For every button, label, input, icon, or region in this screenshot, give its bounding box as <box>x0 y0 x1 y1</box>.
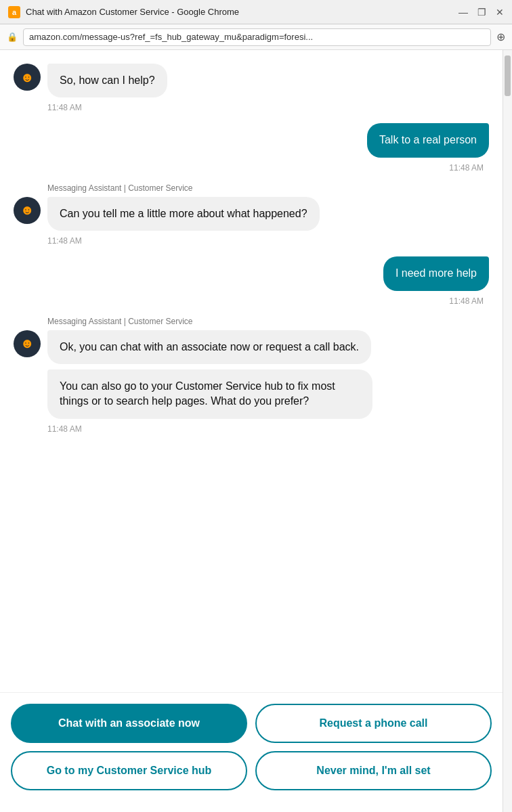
bottom-actions: Chat with an associate now Request a pho… <box>0 692 503 812</box>
timestamp: 11:48 AM <box>47 424 489 434</box>
window-title: Chat with Amazon Customer Service - Goog… <box>26 7 453 17</box>
message-row: You can also go to your Customer Service… <box>47 369 489 419</box>
sender-label: Messaging Assistant | Customer Service <box>47 317 489 326</box>
message-bubble: Ok, you can chat with an associate now o… <box>47 330 371 364</box>
action-row-1: Chat with an associate now Request a pho… <box>11 704 492 743</box>
browser-icon: a <box>8 6 20 18</box>
chat-now-button[interactable]: Chat with an associate now <box>11 704 247 743</box>
message-block-4: I need more help 11:48 AM <box>14 256 489 305</box>
address-bar: 🔒 amazon.com/message-us?ref_=fs_hub_gate… <box>0 24 512 50</box>
timestamp: 11:48 AM <box>14 163 489 173</box>
amazon-logo-icon: ☻ <box>20 202 34 218</box>
message-bubble: Talk to a real person <box>367 123 489 157</box>
message-block-1: ☻ So, how can I help? 11:48 AM <box>14 64 489 112</box>
messages-container: ☻ So, how can I help? 11:48 AM Talk to a… <box>0 50 503 692</box>
message-block-5: Messaging Assistant | Customer Service ☻… <box>14 317 489 364</box>
message-bubble: You can also go to your Customer Service… <box>47 369 372 419</box>
phone-call-button[interactable]: Request a phone call <box>255 704 492 743</box>
message-row: ☻ Can you tell me a little more about wh… <box>14 197 489 231</box>
scrollbar-thumb[interactable] <box>505 55 511 96</box>
avatar: ☻ <box>14 330 41 357</box>
message-block-3: Messaging Assistant | Customer Service ☻… <box>14 183 489 246</box>
timestamp: 11:48 AM <box>14 296 489 306</box>
message-row: ☻ So, how can I help? <box>14 64 489 97</box>
title-bar: a Chat with Amazon Customer Service - Go… <box>0 0 512 24</box>
window-controls[interactable]: — ❐ ✕ <box>458 7 504 18</box>
timestamp: 11:48 AM <box>14 103 489 112</box>
message-bubble: Can you tell me a little more about what… <box>47 197 320 231</box>
message-bubble: I need more help <box>383 256 489 290</box>
url-field[interactable]: amazon.com/message-us?ref_=fs_hub_gatewa… <box>23 28 491 46</box>
message-row: Talk to a real person <box>14 123 489 157</box>
amazon-logo-icon: ☻ <box>20 70 34 85</box>
action-row-2: Go to my Customer Service hub Never mind… <box>11 751 492 790</box>
lock-icon: 🔒 <box>7 32 18 42</box>
maximize-button[interactable]: ❐ <box>477 7 486 18</box>
message-row: ☻ Ok, you can chat with an associate now… <box>14 330 489 364</box>
chat-area: ☻ So, how can I help? 11:48 AM Talk to a… <box>0 50 503 812</box>
avatar: ☻ <box>14 197 41 224</box>
amazon-logo-icon: ☻ <box>20 336 34 351</box>
never-mind-button[interactable]: Never mind, I'm all set <box>255 751 492 790</box>
cs-hub-button[interactable]: Go to my Customer Service hub <box>11 751 247 790</box>
sender-label: Messaging Assistant | Customer Service <box>47 183 489 193</box>
search-icon[interactable]: ⊕ <box>496 30 505 43</box>
timestamp: 11:48 AM <box>14 236 489 246</box>
message-row: I need more help <box>14 256 489 290</box>
avatar: ☻ <box>14 64 41 91</box>
browser-content: ☻ So, how can I help? 11:48 AM Talk to a… <box>0 50 512 812</box>
message-bubble: So, how can I help? <box>47 64 167 97</box>
close-button[interactable]: ✕ <box>496 7 504 18</box>
minimize-button[interactable]: — <box>458 7 468 18</box>
scrollbar[interactable] <box>503 50 512 812</box>
message-block-6: You can also go to your Customer Service… <box>47 369 489 434</box>
message-block-2: Talk to a real person 11:48 AM <box>14 123 489 172</box>
